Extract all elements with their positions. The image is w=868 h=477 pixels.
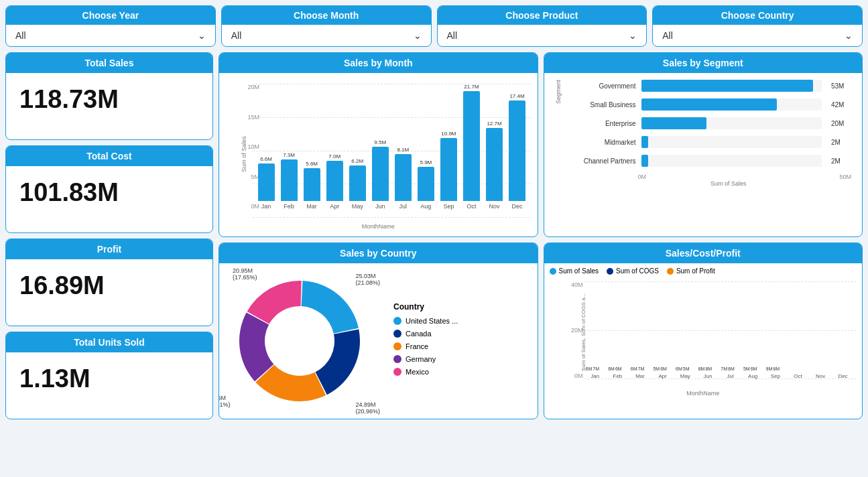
segment-x-labels: 0M 50M	[566, 174, 852, 180]
bar	[281, 159, 298, 201]
country-filter[interactable]: Choose Country All ⌄	[652, 5, 863, 47]
legend-item: United States ...	[393, 317, 458, 325]
segment-y-title: Segment	[555, 80, 562, 111]
sales-by-country-title: Sales by Country	[219, 243, 538, 263]
month-filter-label: Choose Month	[222, 6, 431, 25]
legend-color-dot	[393, 330, 401, 338]
scp-bars: 6M7MJan6M6MFeb6M7MMar5M6MApr6M5MMay8M8MJ…	[584, 281, 855, 379]
scp-bar-group: 6M7MJan	[584, 281, 607, 379]
segment-bar	[641, 80, 813, 92]
scp-month-label: Jun	[703, 373, 712, 379]
scp-legend: Sum of SalesSum of COGSSum of Profit	[550, 267, 857, 275]
segment-bar-wrap	[641, 98, 822, 111]
scp-month-label: May	[680, 373, 690, 379]
bar-value-label: 21.7M	[464, 84, 479, 90]
year-filter-label: Choose Year	[6, 6, 215, 25]
product-filter[interactable]: Choose Product All ⌄	[437, 5, 647, 47]
segment-bars: Government53MSmall Business42MEnterprise…	[566, 80, 852, 167]
profit-card: Profit 16.89M	[5, 238, 213, 326]
sales-by-month-title: Sales by Month	[219, 53, 538, 73]
segment-name: Enterprise	[566, 120, 636, 127]
legend-label: Canada	[406, 330, 432, 338]
legend-label: Mexico	[406, 368, 429, 376]
bar	[395, 154, 412, 201]
bar-month-label: Jun	[375, 203, 385, 210]
scp-bars-inner: 5M6M	[742, 366, 764, 371]
bar	[372, 147, 389, 201]
month-filter-select[interactable]: All ⌄	[222, 25, 431, 46]
scp-bars-inner: 6M6M	[607, 366, 629, 371]
legend-label: United States ...	[406, 317, 458, 325]
segment-bar	[641, 98, 777, 111]
sales-by-month-body: Sum of Sales 20M 15M 10M 5M 0M	[219, 73, 538, 236]
legend-label: France	[406, 342, 428, 350]
country-chart-body: 25.03M(21.08%) 24.89M(20.96%) 24.35M(20.…	[219, 263, 538, 419]
segment-bar	[641, 155, 649, 167]
kpi-column: Total Sales 118.73M Total Cost 101.83M P…	[5, 52, 213, 419]
bar-wrap: 6.2MMay	[347, 84, 368, 210]
scp-month-label: Jul	[727, 373, 733, 379]
bar-wrap: 9.5MJun	[369, 84, 391, 210]
bar-value-label: 17.4M	[509, 93, 524, 99]
legend-label: Germany	[406, 355, 436, 363]
scp-bars-inner: 7M8M	[719, 366, 741, 371]
country-filter-select[interactable]: All ⌄	[653, 25, 862, 46]
year-filter-select[interactable]: All ⌄	[6, 25, 215, 46]
country-legend-items: United States ...CanadaFranceGermanyMexi…	[393, 317, 458, 376]
scp-month-label: Feb	[613, 373, 623, 379]
bar-wrap: 5.9MAug	[415, 84, 436, 210]
dashboard: Choose Year All ⌄ Choose Month All ⌄ Cho…	[0, 0, 868, 425]
segment-bars-container: Government53MSmall Business42MEnterprise…	[566, 80, 852, 187]
bar-month-label: Oct	[467, 203, 476, 210]
bar	[440, 138, 457, 201]
sales-by-month-card: Sales by Month Sum of Sales 20M 15M 10M …	[219, 52, 538, 237]
bar-month-label: Apr	[330, 203, 339, 210]
scp-bar-group: Oct	[787, 281, 809, 379]
scp-legend-color	[667, 268, 674, 275]
scp-bar-group: 6M5MMay	[674, 281, 696, 379]
bar-value-label: 5.6M	[306, 161, 318, 167]
segment-name: Midmarket	[566, 139, 636, 146]
legend-color-dot	[393, 317, 401, 325]
product-filter-select[interactable]: All ⌄	[438, 25, 647, 46]
bar	[486, 128, 503, 201]
scp-month-label: Sep	[771, 373, 780, 379]
bar-value-label: 9.5M	[374, 139, 386, 145]
profit-label: Profit	[6, 239, 212, 259]
segment-value: 2M	[831, 139, 851, 146]
segment-row: Government53M	[566, 80, 852, 92]
scp-bars-inner: 6M7M	[584, 366, 607, 371]
scp-month-label: Nov	[816, 373, 825, 379]
bar-month-label: Mar	[306, 203, 317, 210]
bar	[258, 163, 275, 201]
sales-cost-profit-body: Sum of SalesSum of COGSSum of Profit Sum…	[544, 263, 863, 403]
units-sold-card: Total Units Sold 1.13M	[5, 332, 213, 419]
year-filter[interactable]: Choose Year All ⌄	[5, 5, 216, 47]
segment-value: 2M	[831, 157, 851, 165]
segment-row: Small Business42M	[566, 98, 852, 111]
scp-y-labels: 40M 20M 0M	[560, 281, 583, 379]
filter-row: Choose Year All ⌄ Choose Month All ⌄ Cho…	[5, 5, 863, 47]
scp-legend-color	[607, 268, 613, 275]
segment-bar-wrap	[641, 117, 822, 129]
donut-svg	[226, 267, 373, 415]
segment-row: Midmarket2M	[566, 136, 852, 148]
month-filter[interactable]: Choose Month All ⌄	[221, 5, 432, 47]
legend-item: France	[393, 342, 458, 350]
scp-month-label: Aug	[748, 373, 757, 379]
legend-color-dot	[393, 342, 401, 350]
bar-wrap: 7.3MFeb	[278, 84, 300, 210]
scp-month-label: Mar	[635, 373, 645, 379]
profit-value: 16.89M	[6, 259, 212, 310]
bar-wrap: 21.7MOct	[460, 84, 482, 210]
segment-row: Enterprise20M	[566, 117, 852, 129]
segment-name: Small Business	[566, 101, 636, 109]
chevron-down-icon: ⌄	[414, 30, 422, 41]
bar-month-label: May	[352, 203, 363, 210]
bar-wrap: 8.1MJul	[392, 84, 414, 210]
segment-bar-wrap	[641, 80, 822, 92]
country-filter-label: Choose Country	[653, 6, 862, 25]
segment-value: 42M	[831, 101, 851, 109]
chevron-down-icon: ⌄	[629, 30, 637, 41]
sales-by-segment-card: Sales by Segment Segment Government53MSm…	[544, 52, 863, 237]
